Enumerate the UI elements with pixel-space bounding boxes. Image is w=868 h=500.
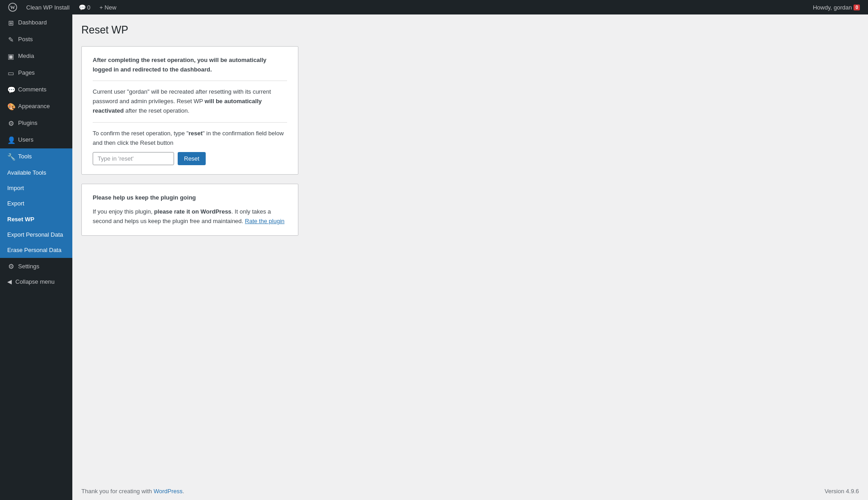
collapse-label: Collapse menu <box>15 278 55 285</box>
pages-icon: ▭ <box>7 68 14 78</box>
new-content-button[interactable]: + New <box>95 0 121 14</box>
howdy-text: Howdy, gordan <box>813 4 852 11</box>
sidebar-label-comments: Comments <box>18 86 47 94</box>
site-name-label: Clean WP Install <box>26 4 70 11</box>
dashboard-icon: ⊞ <box>7 18 14 28</box>
wordpress-link[interactable]: WordPress <box>154 488 183 495</box>
sidebar-label-appearance: Appearance <box>18 102 50 110</box>
sidebar-item-tools[interactable]: 🔧 Tools Available Tools Import Export Re… <box>0 148 72 258</box>
rate-plugin-card: Please help us keep the plugin going If … <box>81 184 298 235</box>
site-name-button[interactable]: Clean WP Install <box>22 0 74 14</box>
sidebar-label-posts: Posts <box>18 35 33 43</box>
sidebar-label-tools: Tools <box>18 152 32 161</box>
submenu-item-available-tools[interactable]: Available Tools <box>0 165 72 181</box>
reset-button[interactable]: Reset <box>178 152 206 165</box>
sidebar-item-pages[interactable]: ▭ Pages <box>0 65 72 81</box>
comments-button[interactable]: 💬 0 <box>74 0 95 14</box>
sidebar: ⊞ Dashboard ✎ Posts ▣ Media ▭ Page <box>0 14 72 500</box>
posts-icon: ✎ <box>7 35 14 44</box>
footer: Thank you for creating with WordPress. V… <box>81 482 859 500</box>
media-icon: ▣ <box>7 52 14 61</box>
svg-text:W: W <box>10 5 15 10</box>
main-content: Reset WP After completing the reset oper… <box>72 14 868 500</box>
tools-icon: 🔧 <box>7 152 14 162</box>
sidebar-label-settings: Settings <box>18 262 39 271</box>
collapse-menu-button[interactable]: ◀ Collapse menu <box>0 275 72 289</box>
appearance-icon: 🎨 <box>7 102 14 111</box>
rate-plugin-link[interactable]: Rate the plugin <box>245 218 284 224</box>
sidebar-item-plugins[interactable]: ⚙ Plugins <box>0 115 72 132</box>
sidebar-label-plugins: Plugins <box>18 119 38 127</box>
rate-text: If you enjoy this plugin, please rate it… <box>93 207 287 226</box>
submenu-item-erase-personal-data[interactable]: Erase Personal Data <box>0 243 72 258</box>
sidebar-label-media: Media <box>18 52 34 60</box>
instruction-text: To confirm the reset operation, type "re… <box>93 129 287 148</box>
plugins-icon: ⚙ <box>7 119 14 128</box>
sidebar-label-pages: Pages <box>18 69 35 77</box>
sidebar-item-media[interactable]: ▣ Media <box>0 48 72 65</box>
footer-thanks: Thank you for creating with WordPress. <box>81 488 184 495</box>
sidebar-item-posts[interactable]: ✎ Posts <box>0 31 72 48</box>
sidebar-item-settings[interactable]: ⚙ Settings <box>0 258 72 275</box>
confirm-row: Reset <box>93 152 287 165</box>
submenu-item-export[interactable]: Export <box>0 196 72 211</box>
users-icon: 👤 <box>7 135 14 145</box>
reset-info-card: After completing the reset operation, yo… <box>81 46 298 175</box>
sidebar-item-comments[interactable]: 💬 Comments <box>0 81 72 98</box>
page-title: Reset WP <box>81 24 488 37</box>
sidebar-item-users[interactable]: 👤 Users <box>0 132 72 148</box>
submenu-item-import[interactable]: Import <box>0 181 72 196</box>
sidebar-item-dashboard[interactable]: ⊞ Dashboard <box>0 14 72 31</box>
wp-logo-button[interactable]: W <box>4 0 22 14</box>
reset-confirm-input[interactable] <box>93 152 174 165</box>
settings-icon: ⚙ <box>7 262 14 271</box>
sidebar-item-appearance[interactable]: 🎨 Appearance <box>0 98 72 115</box>
collapse-icon: ◀ <box>7 278 12 285</box>
submenu-item-reset-wp[interactable]: Reset WP <box>0 212 72 227</box>
notice-text-2: Current user "gordan" will be recreated … <box>93 87 287 115</box>
card-divider-2 <box>93 122 287 123</box>
new-label: + New <box>99 4 116 11</box>
sidebar-label-dashboard: Dashboard <box>18 19 47 27</box>
user-badge: 0 <box>854 5 860 10</box>
sidebar-label-users: Users <box>18 136 33 144</box>
howdy-menu[interactable]: Howdy, gordan 0 <box>808 0 864 14</box>
rate-heading: Please help us keep the plugin going <box>93 194 196 201</box>
footer-version: Version 4.9.6 <box>825 488 859 495</box>
notice-text-1: After completing the reset operation, yo… <box>93 57 266 73</box>
card-divider <box>93 81 287 81</box>
submenu-item-export-personal-data[interactable]: Export Personal Data <box>0 227 72 243</box>
comments-nav-icon: 💬 <box>7 85 14 95</box>
admin-bar: W Clean WP Install 💬 0 + New Howdy, gord… <box>0 0 868 14</box>
comments-count: 0 <box>87 4 90 11</box>
comment-icon: 💬 <box>79 4 86 11</box>
